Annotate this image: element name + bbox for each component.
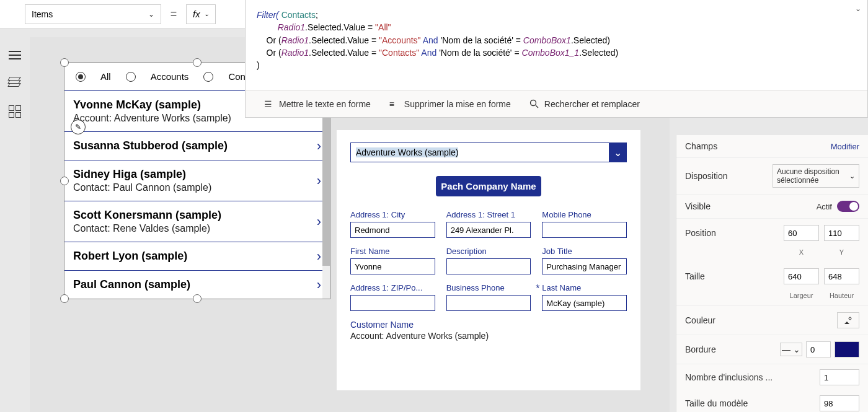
required-star: * <box>536 283 539 294</box>
edit-template-icon[interactable]: ✎ <box>71 120 86 134</box>
taille-label: Taille <box>685 271 705 281</box>
champs-label: Champs <box>685 141 717 151</box>
chevron-right-icon: › <box>317 138 321 154</box>
form-grid: Address 1: City Address 1: Street 1 Mobi… <box>350 210 627 311</box>
row-position-sub: XY <box>676 247 868 262</box>
chevron-down-icon: ⌄ <box>849 172 855 180</box>
list-item-title: Susanna Stubberod (sample) <box>73 139 228 152</box>
height-input[interactable] <box>824 268 859 284</box>
layout-value: Aucune disposition sélectionnée <box>777 167 849 185</box>
format-label: Mettre le texte en forme <box>279 99 371 109</box>
form-card: Adventure Works (sample) ⌄ Pach Company … <box>337 130 640 390</box>
list-item-title: Sidney Higa (sample) <box>73 168 186 180</box>
scroll-thumb[interactable] <box>322 116 330 266</box>
lastname-input[interactable] <box>542 295 627 311</box>
field-businessphone: Business Phone <box>446 283 531 311</box>
city-input[interactable] <box>350 222 435 238</box>
remove-format-label: Supprimer la mise en forme <box>404 99 511 109</box>
businessphone-input[interactable] <box>446 295 531 311</box>
format-text-button[interactable]: ☰ Mettre le texte en forme <box>264 99 371 109</box>
inclusions-input[interactable] <box>820 369 859 385</box>
field-firstname: First Name <box>350 247 435 274</box>
row-taille: Taille <box>676 262 868 291</box>
field-jobtitle: Job Title <box>542 247 627 274</box>
firstname-input[interactable] <box>350 258 435 274</box>
list-item[interactable]: Sidney Higa (sample)Contact: Paul Cannon… <box>64 160 330 201</box>
inclusions-label: Nombre d'inclusions ... <box>685 372 773 382</box>
formula-editor[interactable]: ⌄Filter( Contacts; Radio1.Selected.Value… <box>245 0 868 118</box>
border-color-swatch[interactable] <box>835 341 859 357</box>
radio-accounts[interactable] <box>126 72 136 82</box>
radio-all[interactable] <box>76 72 86 82</box>
insert-icon[interactable] <box>9 105 21 116</box>
zip-input[interactable] <box>350 295 435 311</box>
properties-pane: Champs Modifier Disposition Aucune dispo… <box>676 135 868 412</box>
color-picker-button[interactable] <box>837 312 859 328</box>
couleur-label: Couleur <box>685 315 715 325</box>
street-input[interactable] <box>446 222 531 238</box>
list-item-subtitle: Contact: Paul Cannon (sample) <box>73 182 321 193</box>
fx-button[interactable]: fx ⌄ <box>186 4 216 24</box>
button-label: Pach Company Name <box>441 181 536 191</box>
description-input[interactable] <box>446 258 531 274</box>
collapse-icon[interactable]: ⌄ <box>855 4 861 14</box>
list-item[interactable]: Robert Lyon (sample)› <box>64 242 330 270</box>
radio-contacts[interactable] <box>203 72 213 82</box>
position-x-input[interactable] <box>784 225 819 241</box>
chevron-down-icon: ⌄ <box>204 11 209 17</box>
row-disposition: Disposition Aucune disposition sélection… <box>676 158 868 195</box>
combobox-value: Adventure Works (sample) <box>351 147 609 157</box>
position-y-input[interactable] <box>824 225 859 241</box>
layout-select[interactable]: Aucune disposition sélectionnée ⌄ <box>773 164 859 188</box>
property-selector[interactable]: Items ⌄ <box>25 4 161 24</box>
bordure-label: Bordure <box>685 344 716 354</box>
row-inclusions: Nombre d'inclusions ... <box>676 364 868 390</box>
list-item-title: Scott Konersmann (sample) <box>73 209 221 221</box>
border-style-select[interactable]: — ⌄ <box>780 343 802 356</box>
template-size-input[interactable] <box>820 395 859 411</box>
row-champs: Champs Modifier <box>676 135 868 158</box>
resize-handle[interactable] <box>193 58 202 67</box>
formula-code[interactable]: ⌄Filter( Contacts; Radio1.Selected.Value… <box>246 0 867 90</box>
tree-view-icon[interactable] <box>9 77 21 88</box>
chevron-right-icon: › <box>317 248 321 265</box>
property-selector-value: Items <box>32 9 53 19</box>
field-zip: Address 1: ZIP/Po... <box>350 283 435 311</box>
company-combobox[interactable]: Adventure Works (sample) ⌄ <box>350 142 627 162</box>
find-replace-button[interactable]: Rechercher et remplacer <box>529 99 640 109</box>
customer-name-label: Customer Name <box>350 320 627 330</box>
mobile-input[interactable] <box>542 222 627 238</box>
customer-name-block: Customer Name Account: Adventure Works (… <box>350 320 627 341</box>
row-taille-sub: LargeurHauteur <box>676 291 868 306</box>
customer-name-value: Account: Adventure Works (sample) <box>350 331 627 341</box>
patch-company-button[interactable]: Pach Company Name <box>436 176 541 196</box>
list-item[interactable]: Paul Cannon (sample)› <box>64 270 330 299</box>
actif-label: Actif <box>817 202 832 211</box>
resize-handle[interactable] <box>60 58 69 67</box>
field-street: Address 1: Street 1 <box>446 210 531 238</box>
scrollbar[interactable] <box>322 116 330 299</box>
field-lastname: *Last Name <box>542 283 627 311</box>
remove-format-button[interactable]: ≡ Supprimer la mise en forme <box>389 99 511 109</box>
visible-toggle[interactable] <box>837 201 859 212</box>
row-visible: Visible Actif <box>676 195 868 219</box>
row-template-size: Taille du modèle <box>676 390 868 412</box>
width-input[interactable] <box>784 268 819 284</box>
list-item[interactable]: Scott Konersmann (sample)Contact: Rene V… <box>64 201 330 242</box>
hamburger-icon[interactable] <box>9 51 21 59</box>
chevron-down-icon[interactable]: ⌄ <box>609 142 626 162</box>
format-icon: ☰ <box>264 99 274 109</box>
field-description: Description <box>446 247 531 274</box>
search-icon <box>529 99 539 109</box>
chevron-right-icon: › <box>317 214 321 230</box>
chevron-right-icon: › <box>317 277 321 293</box>
modifier-link[interactable]: Modifier <box>831 142 859 151</box>
jobtitle-input[interactable] <box>542 258 627 274</box>
border-width-input[interactable] <box>806 341 831 357</box>
svg-point-2 <box>849 317 851 320</box>
row-couleur: Couleur <box>676 306 868 335</box>
formula-toolbar: ☰ Mettre le texte en forme ≡ Supprimer l… <box>246 90 867 117</box>
chevron-right-icon: › <box>317 173 321 189</box>
list-item[interactable]: Susanna Stubberod (sample)› <box>64 131 330 160</box>
remove-format-icon: ≡ <box>389 99 399 109</box>
